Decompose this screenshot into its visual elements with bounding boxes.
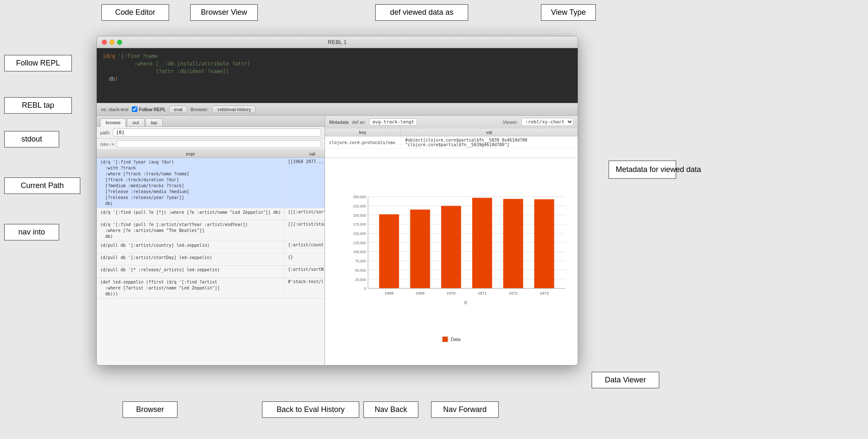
svg-text:0: 0 (364, 286, 366, 291)
svg-text:1972: 1972 (509, 291, 518, 295)
chart-area: 025,00050,00075,000100,000125,000150,000… (325, 158, 578, 365)
eval-cell-expr: (def led-zeppelin (ffirst (d/q '[:find ?… (97, 278, 284, 299)
code-line-4: db) (103, 75, 572, 83)
col-header-expr: expr (97, 150, 284, 158)
meta-col-val: val (401, 128, 577, 136)
eval-cell-val: {:artist/sortN... (284, 266, 325, 278)
eval-cell-expr: (d/q '[:find ?year (avg ?dur) :with ?tra… (97, 158, 284, 208)
legend-color-swatch (442, 336, 448, 342)
nav-label: nav-> (100, 142, 114, 147)
split-container: browse out tap path: nav-> expr (97, 116, 578, 365)
meta-table-row: clojure.core.protocols/nav #object[cloju… (325, 136, 578, 149)
minimize-button[interactable] (109, 40, 115, 45)
viewer-label: Viewer: (503, 120, 518, 125)
tab-out[interactable]: out (127, 118, 144, 126)
svg-text:1970: 1970 (447, 291, 456, 295)
chart-legend: Data (442, 336, 460, 342)
eval-table-row[interactable]: (def led-zeppelin (ffirst (d/q '[:find ?… (97, 278, 325, 299)
svg-text:1971: 1971 (478, 291, 486, 295)
svg-text:100,000: 100,000 (353, 250, 366, 254)
def-as-label: def as: (352, 120, 366, 125)
svg-text:150,000: 150,000 (353, 232, 366, 236)
nav-input[interactable] (117, 140, 321, 148)
svg-text:225,000: 225,000 (353, 204, 366, 208)
rebl-window: REBL 1 (d/q '[:find ?name :where [_ :db.… (96, 36, 578, 365)
def-as-value: avg-track-lengt (369, 118, 417, 125)
browser-view-annotation: Browser View (190, 4, 258, 21)
view-type-annotation: View Type (541, 4, 596, 21)
svg-text:175,000: 175,000 (353, 222, 366, 226)
eval-table-row[interactable]: (d/pull db '[* :release/_artists] led-ze… (97, 266, 325, 278)
svg-text:200,000: 200,000 (353, 213, 366, 218)
follow-repl-annotation: Follow REPL (4, 55, 72, 71)
eval-table-row[interactable]: (d/q '[:find ?year (avg ?dur) :with ?tra… (97, 158, 325, 208)
browser-annotation: Browser (123, 401, 177, 418)
meta-col-key: key (325, 128, 401, 136)
svg-text:25,000: 25,000 (355, 278, 366, 282)
back-to-eval-history-annotation: Back to Eval History (262, 401, 359, 418)
browser-path-button[interactable]: :rebl/eval-history (212, 106, 256, 113)
eval-table-row[interactable]: (d/pull db '[:artist/startDay] led-zeppe… (97, 254, 325, 266)
tab-tap[interactable]: tap (145, 118, 163, 126)
svg-text:50,000: 50,000 (355, 268, 366, 273)
eval-cell-expr: (d/pull db '[:artist/country] led-zeppel… (97, 241, 284, 254)
eval-cell-val: [[1968 2077... (284, 158, 325, 208)
meta-table-container: key val clojure.core.protocols/nav #obje… (325, 128, 578, 158)
eval-cell-val: {:artist/count... (284, 241, 325, 254)
eval-cell-expr: (d/pull db '[* :release/_artists] led-ze… (97, 266, 284, 278)
tab-browse[interactable]: browse (100, 118, 126, 127)
tab-bar: browse out tap (97, 116, 325, 127)
toolbar: ns: stack-test Follow REPL eval Browser:… (97, 103, 578, 116)
svg-rect-27 (534, 199, 554, 289)
eval-cell-expr: (d/q '[:find (pull ?e [*]) :where [?e :a… (97, 208, 284, 221)
bars-group (379, 198, 554, 288)
follow-repl-control[interactable]: Follow REPL (132, 106, 166, 112)
maximize-button[interactable] (117, 40, 122, 45)
nav-bar: nav-> (97, 139, 325, 150)
eval-table: expr val msecs source (d/q '[:find ?year… (97, 150, 325, 365)
eval-history-table: expr val msecs source (d/q '[:find ?year… (97, 150, 325, 299)
eval-table-row[interactable]: (d/pull db '[:artist/country] led-zeppel… (97, 241, 325, 254)
stdout-annotation: stdout (4, 131, 59, 147)
svg-text:250,000: 250,000 (353, 195, 366, 199)
eval-table-row[interactable]: (d/q '[:find (pull ?e [*]) :where [?e :a… (97, 208, 325, 221)
rebl-tap-annotation: REBL tap (4, 97, 72, 114)
eval-cell-val: [[{:artist/sort... (284, 208, 325, 221)
eval-table-row[interactable]: (d/q '[:find (pull ?e [:artist/startYear… (97, 221, 325, 241)
viewer-select[interactable]: :rebl/xy-chart (521, 118, 573, 126)
close-button[interactable] (102, 40, 107, 45)
svg-text:1973: 1973 (540, 291, 549, 295)
meta-cell-key: clojure.core.protocols/nav (325, 136, 401, 149)
code-editor[interactable]: (d/q '[:find ?name :where [_ :db.install… (97, 48, 578, 103)
meta-table: key val clojure.core.protocols/nav #obje… (325, 128, 578, 149)
legend-label: Data (450, 337, 460, 342)
code-line-1: (d/q '[:find ?name (103, 52, 572, 60)
title-bar: REBL 1 (97, 36, 578, 48)
eval-cell-val: [[{:artist/start... (284, 221, 325, 241)
nav-back-annotation: Nav Back (363, 401, 418, 418)
eval-button[interactable]: eval (169, 106, 187, 113)
col-header-val: val (284, 150, 325, 158)
x-labels: 196819691970197119721973 (385, 291, 549, 295)
path-label: path: (100, 130, 110, 135)
svg-rect-22 (379, 214, 399, 288)
svg-text:1968: 1968 (385, 291, 393, 295)
metadata-bar: Metadata def as: avg-track-lengt Viewer:… (325, 116, 578, 128)
svg-text:75,000: 75,000 (355, 259, 366, 263)
follow-repl-checkbox[interactable] (132, 106, 137, 112)
right-panel: Metadata def as: avg-track-lengt Viewer:… (325, 116, 578, 365)
def-viewed-data-annotation: def viewed data as (375, 4, 468, 21)
browser-label: Browser: (191, 107, 209, 112)
x-axis-title: X (464, 300, 467, 305)
path-input[interactable] (113, 128, 321, 136)
code-line-3: [?attr :db/ident ?name]] (103, 68, 572, 75)
follow-repl-label: Follow REPL (139, 107, 166, 112)
code-editor-annotation: Code Editor (101, 4, 169, 21)
metadata-label: Metadata (329, 120, 349, 125)
svg-rect-23 (410, 210, 430, 288)
metadata-viewed-annotation: Metadata for viewed data (609, 161, 676, 179)
svg-rect-24 (441, 206, 461, 288)
path-bar: path: (97, 127, 325, 139)
ns-label: ns: stack-test (101, 107, 128, 112)
current-path-annotation: Current Path (4, 177, 80, 194)
